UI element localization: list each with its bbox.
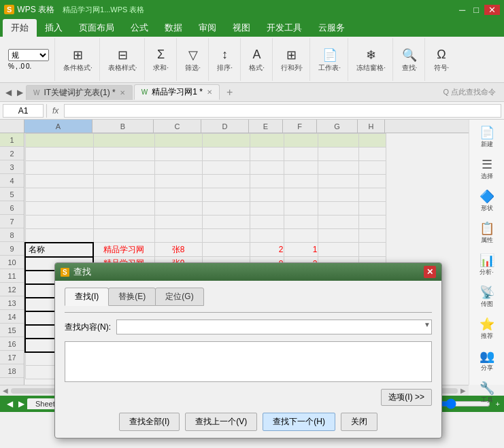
symbol-btn[interactable]: Ω 符号· — [431, 46, 452, 74]
sidebar-share-button[interactable]: 👥 分享 — [471, 346, 503, 375]
cell-h3[interactable] — [358, 161, 386, 175]
dialog-tab-replace[interactable]: 替换(E) — [108, 288, 156, 306]
find-all-button[interactable]: 查找全部(I) — [119, 413, 180, 431]
close-button[interactable]: 关闭 — [341, 413, 377, 431]
sidebar-recommend-button[interactable]: ⭐ 推荐 — [471, 314, 503, 343]
cell-b3[interactable] — [93, 161, 154, 175]
cell-b2[interactable] — [93, 148, 154, 161]
file-tab-1[interactable]: W IT关键词扩充表(1) * ✕ — [26, 85, 133, 100]
tab-home[interactable]: 开始 — [3, 19, 37, 37]
sidebar-select-button[interactable]: ☰ 选择 — [471, 154, 503, 184]
sidebar-shape-button[interactable]: 🔷 形状 — [471, 186, 503, 216]
cell-d1[interactable] — [202, 134, 250, 148]
tab-cloud[interactable]: 云服务 — [310, 19, 353, 37]
cell-h1[interactable] — [358, 134, 386, 148]
tab-formula[interactable]: 公式 — [122, 19, 156, 37]
file-tab-1-close[interactable]: ✕ — [120, 89, 125, 97]
cell-f1[interactable] — [284, 134, 318, 148]
font-name-select[interactable]: 规 — [8, 49, 49, 61]
conditional-format-btn[interactable]: ⊞ 条件格式· — [61, 46, 95, 74]
cell-f9[interactable]: 1 — [284, 243, 318, 257]
cell-e4[interactable] — [250, 175, 284, 188]
row-col-btn[interactable]: ⊞ 行和列· — [278, 46, 306, 74]
cell-c4[interactable] — [154, 175, 202, 188]
minimize-button[interactable]: ─ — [456, 5, 468, 15]
cell-g2[interactable] — [318, 148, 358, 161]
file-tab-2[interactable]: W 精品学习网1 * ✕ — [134, 84, 220, 100]
find-next-button[interactable]: 查找下一个(H) — [263, 413, 335, 431]
tab-view[interactable]: 视图 — [224, 19, 258, 37]
cell-d4[interactable] — [202, 175, 250, 188]
cell-reference[interactable] — [3, 104, 44, 118]
sheet-prev-btn[interactable]: ◀ — [4, 399, 16, 409]
sidebar-properties-button[interactable]: 📋 属性 — [471, 218, 503, 247]
cell-f2[interactable] — [284, 148, 318, 161]
tab-data[interactable]: 数据 — [156, 19, 190, 37]
cell-b9[interactable]: 精品学习网 — [93, 243, 154, 257]
sidebar-send-button[interactable]: 📡 传图 — [471, 282, 503, 311]
restore-button[interactable]: □ — [471, 5, 482, 15]
cell-a2[interactable] — [25, 148, 93, 161]
col-header-c[interactable]: C — [154, 120, 201, 133]
cell-a5[interactable] — [25, 188, 93, 202]
tab-review[interactable]: 审阅 — [190, 19, 224, 37]
search-dropdown-icon[interactable]: ▼ — [424, 321, 431, 328]
find-prev-button[interactable]: 查找上一个(V) — [185, 413, 257, 431]
tab-developer[interactable]: 开发工具 — [258, 19, 310, 37]
find-btn[interactable]: 🔍 查找· — [399, 46, 420, 74]
sidebar-analyze-button[interactable]: 📊 分析· — [471, 250, 503, 279]
sum-btn[interactable]: Σ 求和· — [150, 46, 172, 74]
cell-d9[interactable] — [202, 243, 250, 257]
cell-h4[interactable] — [358, 175, 386, 188]
cell-b1[interactable] — [93, 134, 154, 148]
decimal-decrease[interactable]: 0. — [26, 63, 31, 70]
format-btn[interactable]: A 格式· — [246, 46, 268, 74]
cell-g9[interactable] — [318, 243, 358, 257]
cell-g1[interactable] — [318, 134, 358, 148]
dialog-tab-find[interactable]: 查找(I) — [65, 288, 109, 306]
cell-h2[interactable] — [358, 148, 386, 161]
table-style-btn[interactable]: ⊟ 表格样式· — [105, 46, 140, 74]
tab-prev-icon[interactable]: ◀ — [3, 88, 14, 97]
cell-f4[interactable] — [284, 175, 318, 188]
scroll-left-btn[interactable]: ◀ — [0, 387, 11, 394]
col-header-f[interactable]: F — [283, 120, 317, 133]
cell-g4[interactable] — [318, 175, 358, 188]
file-tab-2-close[interactable]: ✕ — [207, 88, 212, 96]
cell-c3[interactable] — [154, 161, 202, 175]
dialog-close-button[interactable]: ✕ — [424, 266, 436, 278]
col-header-a[interactable]: A — [24, 120, 93, 133]
cell-e1[interactable] — [250, 134, 284, 148]
col-header-g[interactable]: G — [317, 120, 358, 133]
search-input[interactable] — [116, 320, 432, 334]
cell-a1[interactable] — [25, 134, 93, 148]
cell-b4[interactable] — [93, 175, 154, 188]
cell-a4[interactable] — [25, 175, 93, 188]
sidebar-new-button[interactable]: 📄 新建 — [471, 122, 503, 152]
sort-btn[interactable]: ↕ 排序· — [214, 46, 236, 74]
tab-page-layout[interactable]: 页面布局 — [71, 19, 122, 37]
cell-d2[interactable] — [202, 148, 250, 161]
cell-c2[interactable] — [154, 148, 202, 161]
cell-c9[interactable]: 张8 — [154, 243, 202, 257]
tab-insert[interactable]: 插入 — [37, 19, 71, 37]
cell-d3[interactable] — [202, 161, 250, 175]
close-button[interactable]: ✕ — [484, 5, 500, 15]
cell-c1[interactable] — [154, 134, 202, 148]
dialog-tab-locate[interactable]: 定位(G) — [155, 288, 203, 306]
col-header-b[interactable]: B — [93, 120, 154, 133]
filter-btn[interactable]: ▽ 筛选· — [182, 46, 204, 74]
cell-e3[interactable] — [250, 161, 284, 175]
worksheet-btn[interactable]: 📄 工作表· — [316, 46, 343, 74]
col-header-e[interactable]: E — [249, 120, 283, 133]
cell-e9[interactable]: 2 — [250, 243, 284, 257]
cell-f3[interactable] — [284, 161, 318, 175]
tab-next-icon[interactable]: ▶ — [14, 88, 26, 97]
options-button[interactable]: 选项(I) >> — [381, 389, 432, 406]
col-header-d[interactable]: D — [201, 120, 249, 133]
cell-e2[interactable] — [250, 148, 284, 161]
command-search[interactable]: Q 点此查找命令 — [437, 87, 501, 97]
scroll-right-btn[interactable]: ▶ — [458, 387, 469, 394]
cell-a9[interactable]: 名称 — [25, 243, 93, 257]
sidebar-tools-button[interactable]: 🔧 工具 — [471, 378, 503, 407]
